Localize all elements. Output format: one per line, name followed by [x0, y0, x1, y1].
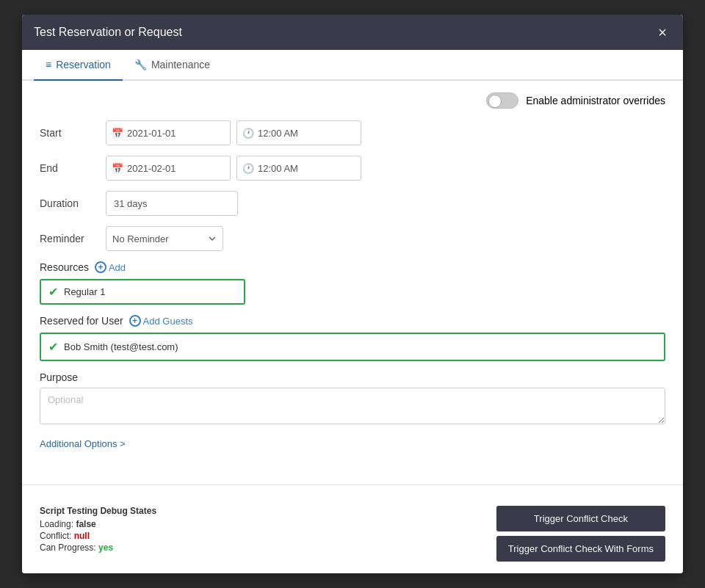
resources-heading: Resources + Add [40, 261, 665, 273]
start-time-input[interactable] [236, 120, 361, 145]
debug-loading-label: Loading: [40, 519, 73, 529]
close-button[interactable]: × [654, 23, 671, 41]
start-date-wrapper: 📅 [106, 120, 231, 145]
user-check-icon: ✔ [48, 340, 58, 354]
start-label: Start [40, 127, 106, 139]
start-row: Start 📅 🕐 [40, 120, 665, 145]
add-guest-link[interactable]: + Add Guests [129, 315, 193, 327]
add-guest-label: Add Guests [143, 316, 193, 327]
modal-body: Enable administrator overrides Start 📅 🕐 [22, 81, 683, 473]
resources-section: Resources + Add ✔ Regular 1 [40, 261, 665, 305]
debug-footer: Script Testing Debug States Loading: fal… [22, 497, 683, 573]
user-section: Reserved for User + Add Guests ✔ Bob Smi… [40, 315, 665, 361]
debug-loading-value: false [76, 519, 95, 529]
duration-label: Duration [40, 197, 106, 209]
duration-row: Duration [40, 191, 665, 216]
add-resource-icon: + [95, 261, 106, 273]
resources-label: Resources [40, 261, 89, 273]
debug-buttons: Trigger Conflict Check Trigger Conflict … [496, 506, 665, 562]
resource-name: Regular 1 [64, 286, 105, 297]
tabs-bar: ≡ Reservation 🔧 Maintenance [22, 50, 683, 81]
admin-override-label: Enable administrator overrides [526, 95, 665, 106]
debug-info: Script Testing Debug States Loading: fal… [40, 506, 156, 554]
resource-check-icon: ✔ [48, 285, 58, 299]
modal-header: Test Reservation or Request × [22, 15, 683, 50]
additional-options-label: Additional Options > [40, 438, 126, 449]
user-item: ✔ Bob Smith (test@test.com) [40, 333, 665, 361]
debug-title: Script Testing Debug States [40, 506, 156, 516]
modal-overlay: Test Reservation or Request × ≡ Reservat… [0, 0, 705, 588]
reminder-row: Reminder No Reminder 15 minutes 30 minut… [40, 226, 665, 251]
modal-dialog: Test Reservation or Request × ≡ Reservat… [22, 15, 683, 573]
footer-divider [22, 484, 683, 485]
tab-maintenance[interactable]: 🔧 Maintenance [123, 50, 222, 81]
trigger-conflict-forms-button[interactable]: Trigger Conflict Check With Forms [496, 536, 665, 562]
admin-override-toggle[interactable] [486, 92, 518, 109]
tab-reservation[interactable]: ≡ Reservation [34, 50, 123, 81]
debug-progress-value: yes [98, 542, 113, 553]
reservation-icon: ≡ [46, 59, 51, 70]
end-time-input[interactable] [236, 156, 361, 181]
user-label: Reserved for User [40, 315, 123, 327]
purpose-label: Purpose [40, 371, 665, 383]
debug-conflict-label: Conflict: [40, 531, 71, 541]
end-inputs: 📅 🕐 [106, 156, 361, 181]
admin-override-row: Enable administrator overrides [40, 92, 665, 109]
debug-progress-label: Can Progress: [40, 542, 96, 553]
debug-conflict-line: Conflict: null [40, 531, 156, 541]
add-resource-label: Add [109, 262, 126, 273]
debug-progress-line: Can Progress: yes [40, 542, 156, 553]
start-time-wrapper: 🕐 [236, 120, 361, 145]
resource-item: ✔ Regular 1 [40, 279, 245, 305]
end-row: End 📅 🕐 [40, 156, 665, 181]
end-date-wrapper: 📅 [106, 156, 231, 181]
debug-conflict-value: null [74, 531, 90, 541]
user-heading: Reserved for User + Add Guests [40, 315, 665, 327]
tab-maintenance-label: Maintenance [151, 59, 210, 70]
additional-options-link[interactable]: Additional Options > [40, 438, 665, 449]
duration-input[interactable] [106, 191, 238, 216]
end-date-input[interactable] [106, 156, 231, 181]
trigger-conflict-button[interactable]: Trigger Conflict Check [496, 506, 665, 531]
add-guest-icon: + [129, 315, 141, 327]
user-name: Bob Smith (test@test.com) [64, 341, 178, 352]
add-resource-link[interactable]: + Add [95, 261, 126, 273]
debug-loading-line: Loading: false [40, 519, 156, 529]
purpose-textarea[interactable] [40, 388, 665, 424]
end-time-wrapper: 🕐 [236, 156, 361, 181]
start-inputs: 📅 🕐 [106, 120, 361, 145]
modal-title: Test Reservation or Request [34, 26, 182, 39]
reminder-label: Reminder [40, 233, 106, 244]
purpose-section: Purpose [40, 371, 665, 427]
maintenance-icon: 🔧 [134, 59, 147, 70]
reminder-select[interactable]: No Reminder 15 minutes 30 minutes 1 hour… [106, 226, 223, 251]
end-label: End [40, 162, 106, 174]
tab-reservation-label: Reservation [56, 59, 111, 70]
start-date-input[interactable] [106, 120, 231, 145]
